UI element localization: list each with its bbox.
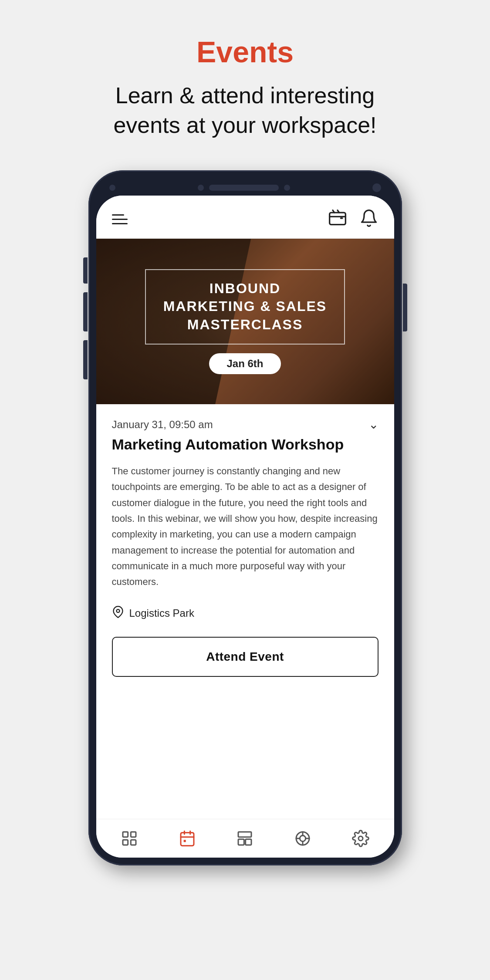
workspace-icon <box>235 829 254 848</box>
phone-dot-right <box>284 185 290 191</box>
phone-container: INBOUNDMARKETING & SALESMASTERCLASS Jan … <box>88 170 402 865</box>
lock-button <box>403 284 407 331</box>
event-datetime: January 31, 09:50 am <box>112 419 213 431</box>
phone-camera-right <box>372 183 381 192</box>
hamburger-menu[interactable] <box>112 214 128 224</box>
power-button <box>83 257 88 284</box>
svg-point-15 <box>300 836 306 841</box>
banner-box: INBOUNDMARKETING & SALESMASTERCLASS <box>145 269 345 345</box>
chevron-down-icon[interactable]: ⌄ <box>368 417 378 432</box>
phone-side-right <box>403 284 407 331</box>
calendar-icon <box>178 829 197 848</box>
bell-icon[interactable] <box>359 209 378 230</box>
wallet-icon[interactable] <box>328 209 347 230</box>
svg-rect-4 <box>123 840 128 845</box>
nav-item-calendar[interactable] <box>178 829 197 848</box>
hamburger-line-3 <box>112 223 128 224</box>
settings-icon <box>351 829 370 848</box>
svg-rect-13 <box>238 832 251 837</box>
nav-item-settings[interactable] <box>351 829 370 848</box>
svg-rect-6 <box>181 833 194 846</box>
event-details: January 31, 09:50 am ⌄ Marketing Automat… <box>96 404 394 819</box>
bottom-nav <box>96 819 394 858</box>
phone-shell: INBOUNDMARKETING & SALESMASTERCLASS Jan … <box>88 170 402 865</box>
location-pin-icon <box>112 606 124 621</box>
page-wrapper: Events Learn & attend interesting events… <box>0 0 490 980</box>
svg-rect-3 <box>131 832 136 837</box>
svg-point-1 <box>116 609 119 612</box>
support-icon <box>293 829 312 848</box>
volume-down-button <box>83 340 88 379</box>
hamburger-line-1 <box>112 214 124 216</box>
svg-rect-12 <box>246 839 251 845</box>
phone-top-center <box>198 185 290 191</box>
hamburger-line-2 <box>112 219 128 220</box>
nav-item-workspace[interactable] <box>235 829 254 848</box>
phone-camera-front <box>198 185 204 191</box>
phone-dot-left <box>109 185 115 191</box>
volume-up-button <box>83 292 88 331</box>
event-description: The customer journey is constantly chang… <box>112 463 378 590</box>
app-header <box>96 196 394 239</box>
banner-content: INBOUNDMARKETING & SALESMASTERCLASS Jan … <box>96 239 394 404</box>
phone-top-bar <box>96 183 394 192</box>
svg-rect-5 <box>131 840 136 845</box>
svg-point-20 <box>358 836 363 841</box>
event-title: Marketing Automation Workshop <box>112 436 378 453</box>
event-banner: INBOUNDMARKETING & SALESMASTERCLASS Jan … <box>96 239 394 404</box>
svg-rect-0 <box>329 213 345 225</box>
svg-rect-11 <box>238 839 244 845</box>
page-subtitle: Learn & attend interesting events at you… <box>93 81 398 140</box>
home-icon <box>120 829 139 848</box>
event-location: Logistics Park <box>112 606 378 621</box>
event-meta: January 31, 09:50 am ⌄ <box>112 417 378 432</box>
nav-item-home[interactable] <box>120 829 139 848</box>
banner-title: INBOUNDMARKETING & SALESMASTERCLASS <box>163 280 327 334</box>
banner-date-pill: Jan 6th <box>209 353 280 374</box>
location-name: Logistics Park <box>129 607 194 619</box>
nav-item-support[interactable] <box>293 829 312 848</box>
phone-side-left <box>83 257 88 379</box>
header-right <box>328 209 378 230</box>
svg-rect-2 <box>123 832 128 837</box>
phone-speaker <box>209 185 279 191</box>
svg-rect-10 <box>183 840 186 842</box>
phone-screen: INBOUNDMARKETING & SALESMASTERCLASS Jan … <box>96 196 394 858</box>
attend-event-button[interactable]: Attend Event <box>112 637 378 677</box>
page-title: Events <box>196 35 294 69</box>
